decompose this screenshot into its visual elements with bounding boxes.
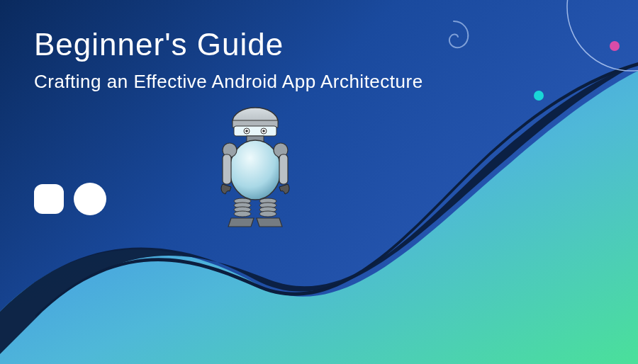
cyan-dot-icon: [534, 91, 544, 101]
magenta-dot-icon: [610, 41, 620, 51]
robot-character-icon: [198, 106, 312, 234]
svg-point-16: [234, 211, 251, 217]
circle-icon: [74, 183, 106, 215]
svg-point-8: [230, 140, 281, 200]
svg-point-6: [262, 130, 265, 132]
svg-rect-2: [234, 126, 276, 136]
page-subtitle: Crafting an Effective Android App Archit…: [34, 71, 423, 93]
svg-point-20: [259, 211, 276, 217]
decorative-shapes: [34, 183, 106, 215]
rounded-square-icon: [34, 184, 64, 214]
spiral-icon: [432, 14, 475, 57]
svg-rect-12: [279, 154, 288, 184]
svg-point-21: [567, 0, 638, 71]
arc-icon: [539, 0, 638, 99]
svg-rect-11: [223, 154, 231, 184]
svg-point-4: [245, 130, 248, 132]
page-title: Beginner's Guide: [34, 27, 284, 62]
